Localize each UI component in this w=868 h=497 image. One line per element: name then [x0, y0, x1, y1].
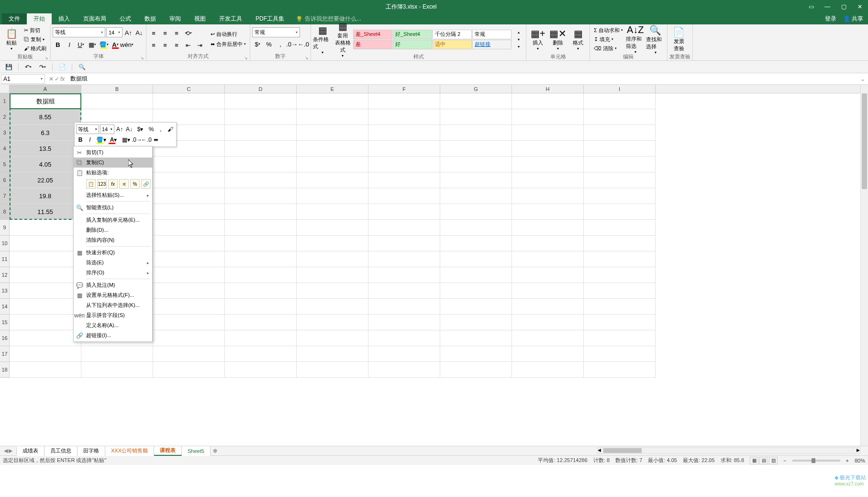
new-icon[interactable]: 📄 — [57, 62, 67, 72]
cell-C5[interactable] — [153, 157, 225, 172]
cell-I1[interactable] — [584, 93, 656, 109]
align-top-icon[interactable]: ≡ — [148, 28, 159, 38]
decrease-indent-icon[interactable]: ⇤ — [183, 40, 193, 50]
cell-G5[interactable] — [440, 157, 512, 172]
cell-F18[interactable] — [368, 362, 440, 378]
gallery-more-icon[interactable]: ▾ — [513, 43, 524, 50]
cell-A15[interactable] — [10, 315, 81, 330]
zoom-slider[interactable] — [792, 460, 840, 462]
style-bad[interactable]: 差 — [353, 40, 392, 49]
cell-A3[interactable]: 6.3 — [10, 125, 81, 141]
cell-E16[interactable] — [297, 330, 368, 346]
view-page-layout-icon[interactable]: ▤ — [759, 457, 768, 464]
format-as-table-button[interactable]: ▦套用 表格格式▾ — [333, 25, 352, 53]
cm-copy[interactable]: ⿻复制(C) — [74, 158, 152, 168]
cell-I5[interactable] — [584, 157, 656, 172]
cell-I10[interactable] — [584, 236, 656, 251]
row-header-10[interactable]: 10 — [0, 236, 10, 251]
zoom-thumb[interactable] — [812, 458, 815, 463]
cell-E18[interactable] — [297, 362, 368, 378]
cell-H13[interactable] — [512, 283, 584, 299]
cell-F12[interactable] — [368, 267, 440, 283]
expand-formula-bar-icon[interactable]: ⌄ — [857, 76, 868, 82]
row-header-3[interactable]: 3 — [0, 125, 10, 141]
cm-paste-special[interactable]: 选择性粘贴(S)...▸ — [74, 190, 152, 200]
fill-color-icon[interactable]: 🪣▾ — [99, 39, 109, 50]
cell-C6[interactable] — [153, 172, 225, 188]
cell-G7[interactable] — [440, 188, 512, 204]
cell-G17[interactable] — [440, 346, 512, 362]
cell-G9[interactable] — [440, 220, 512, 236]
cell-E10[interactable] — [297, 236, 368, 251]
cell-A6[interactable]: 22.05 — [10, 172, 81, 188]
cell-H15[interactable] — [512, 315, 584, 330]
cell-E13[interactable] — [297, 283, 368, 299]
cell-A4[interactable]: 13.5 — [10, 141, 81, 157]
decrease-decimal-icon[interactable]: ←.0 — [298, 39, 309, 49]
column-header-B[interactable]: B — [81, 85, 153, 93]
row-header-15[interactable]: 15 — [0, 315, 10, 330]
cell-D2[interactable] — [225, 109, 297, 125]
row-header-13[interactable]: 13 — [0, 283, 10, 299]
wrap-text-button[interactable]: ↩自动换行 — [209, 30, 248, 38]
cell-B18[interactable] — [81, 362, 153, 378]
mini-accounting-icon[interactable]: $▾ — [134, 125, 146, 134]
cell-E1[interactable] — [297, 93, 368, 109]
fill-button[interactable]: ↧填充▾ — [592, 35, 625, 44]
orientation-icon[interactable]: ⟲▾ — [183, 28, 193, 38]
cell-E15[interactable] — [297, 315, 368, 330]
row-header-6[interactable]: 6 — [0, 172, 10, 188]
cell-C18[interactable] — [153, 362, 225, 378]
cell-D1[interactable] — [225, 93, 297, 109]
cell-D18[interactable] — [225, 362, 297, 378]
tab-view[interactable]: 视图 — [188, 13, 212, 24]
cell-A2[interactable]: 8.55 — [10, 109, 81, 125]
font-size-combo[interactable]: 14▾ — [106, 27, 122, 37]
tab-review[interactable]: 审阅 — [163, 13, 188, 24]
cell-D6[interactable] — [225, 172, 297, 188]
name-box[interactable]: A1▾ — [1, 74, 45, 84]
style-good[interactable]: 好 — [393, 40, 432, 49]
bold-icon[interactable]: B — [53, 39, 63, 50]
cell-H6[interactable] — [512, 172, 584, 188]
cell-C12[interactable] — [153, 267, 225, 283]
alignment-launcher-icon[interactable]: ↘ — [244, 56, 248, 60]
row-header-7[interactable]: 7 — [0, 188, 10, 204]
font-launcher-icon[interactable]: ↘ — [140, 56, 144, 60]
cell-D14[interactable] — [225, 299, 297, 315]
mini-decrease-font-icon[interactable]: A↓ — [125, 125, 134, 134]
cell-D16[interactable] — [225, 330, 297, 346]
cell-I16[interactable] — [584, 330, 656, 346]
cm-insert-copied[interactable]: 插入复制的单元格(E)... — [74, 215, 152, 225]
cell-G18[interactable] — [440, 362, 512, 378]
cell-F13[interactable] — [368, 283, 440, 299]
cell-D15[interactable] — [225, 315, 297, 330]
cell-I17[interactable] — [584, 346, 656, 362]
cm-clear-contents[interactable]: 清除内容(N) — [74, 235, 152, 245]
cell-A13[interactable] — [10, 283, 81, 299]
conditional-formatting-button[interactable]: ▦条件格式▾ — [313, 25, 332, 53]
cell-F16[interactable] — [368, 330, 440, 346]
mini-decrease-decimal-icon[interactable]: ←.0 — [142, 136, 151, 144]
cell-D17[interactable] — [225, 346, 297, 362]
cell-C9[interactable] — [153, 220, 225, 236]
cell-I9[interactable] — [584, 220, 656, 236]
cell-H10[interactable] — [512, 236, 584, 251]
paste-formatting-icon[interactable]: % — [130, 179, 140, 189]
hscroll-left-icon[interactable]: ◀ — [598, 448, 601, 452]
increase-indent-icon[interactable]: ⇥ — [194, 40, 205, 50]
gallery-down-icon[interactable]: ▾ — [513, 36, 524, 43]
cell-H14[interactable] — [512, 299, 584, 315]
cell-G15[interactable] — [440, 315, 512, 330]
cell-A7[interactable]: 19.8 — [10, 188, 81, 204]
formula-input[interactable]: 数据组 — [67, 74, 857, 84]
cell-F3[interactable] — [368, 125, 440, 141]
hscroll-right-icon[interactable]: ▶ — [857, 448, 860, 452]
zoom-out-icon[interactable]: − — [783, 458, 786, 463]
view-normal-icon[interactable]: ▦ — [750, 457, 758, 464]
cell-B1[interactable] — [81, 93, 153, 109]
hscroll-thumb[interactable] — [603, 448, 642, 453]
cm-pick-from-list[interactable]: 从下拉列表中选择(K)... — [74, 300, 152, 310]
format-cells-button[interactable]: ▦格式▾ — [568, 25, 588, 53]
sort-filter-button[interactable]: A↓Z排序和筛选▾ — [626, 25, 645, 53]
